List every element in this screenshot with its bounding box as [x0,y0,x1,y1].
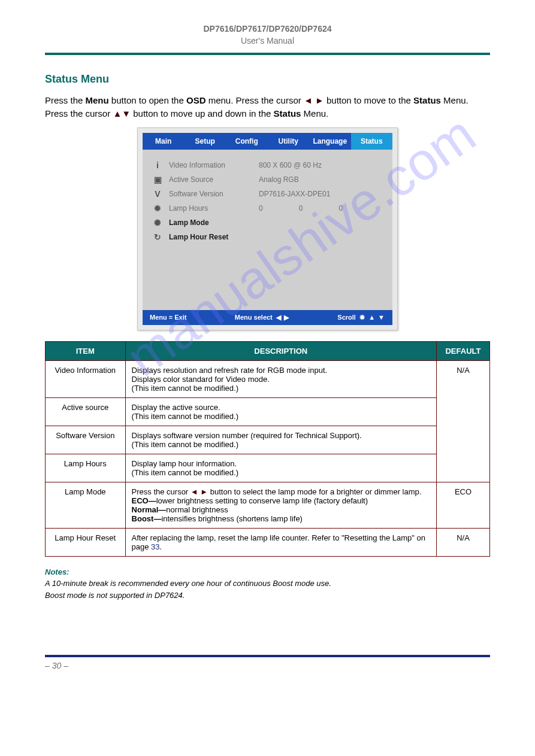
cell-desc: Displays resolution and refresh rate for… [125,360,436,397]
cell-item: Lamp Hour Reset [46,528,126,556]
intro-text: menu. Press the cursor [206,95,304,105]
notes-body: A 10-minute break is recommended every o… [45,578,490,601]
notes: Notes: [45,566,490,578]
up-down-arrow-icon [113,108,131,119]
header-subtitle: User's Manual [45,36,490,45]
osd-body: i Video Information 800 X 600 @ 60 Hz ▣ … [143,150,392,310]
intro-text: button to open the [109,95,186,105]
osd-row-lamp-hours: ✹ Lamp Hours 0 0 0 [152,201,383,215]
source-icon: ▣ [152,175,163,184]
osd-row-active-source: ▣ Active Source Analog RGB [152,172,383,187]
osd-screenshot: Main Setup Config Utility Language Statu… [137,127,398,330]
left-right-arrow-icon [304,95,324,105]
osd-value: DP7616-JAXX-DPE01 [259,190,383,198]
intro-text: button to move to the [324,95,413,105]
table-row: Active source Display the active source.… [46,397,490,426]
cell-desc: Display the active source. (This item ca… [125,397,436,426]
tab-status[interactable]: Status [351,133,393,150]
cell-desc: After replacing the lamp, reset the lamp… [125,528,436,556]
osd-row-lamp-reset[interactable]: ↻ Lamp Hour Reset [152,230,383,244]
osd-row-lamp-mode[interactable]: ✺ Lamp Mode [152,215,383,230]
osd-footer-mid: Menu select ◀ ▶ [235,314,289,321]
section-heading: Status Menu [45,73,490,86]
cell-item: Software Version [46,426,126,454]
cell-default: ECO [436,482,489,528]
osd-label: Lamp Mode [169,218,253,227]
th-description: DESCRIPTION [125,341,436,360]
status-menu-table: ITEM DESCRIPTION DEFAULT Video Informati… [45,341,490,557]
intro-bold-osd: OSD [186,95,206,105]
version-icon: V [152,189,163,199]
cell-item: Lamp Mode [46,482,126,528]
table-row: Lamp Hour Reset After replacing the lamp… [46,528,490,556]
left-right-arrow-icon [191,487,208,496]
osd-label: Active Source [169,175,253,184]
table-row: Video Information Displays resolution an… [46,360,490,397]
osd-value: Analog RGB [259,175,383,184]
top-rule [45,53,490,55]
page-number: – 30 – [45,661,490,670]
table-row: Lamp Hours Display lamp hour information… [46,454,490,482]
cell-item: Lamp Hours [46,454,126,482]
cell-desc: Displays software version number (requir… [125,426,436,454]
osd-value: 0 0 0 [259,204,383,212]
osd-row-software-version: V Software Version DP7616-JAXX-DPE01 [152,187,383,201]
intro-bold-status: Status [413,95,441,105]
osd-tab-bar: Main Setup Config Utility Language Statu… [143,133,392,150]
cell-default: N/A [436,360,489,482]
tab-setup[interactable]: Setup [185,133,226,150]
table-row: Software Version Displays software versi… [46,426,490,454]
cell-default: N/A [436,528,489,556]
tab-main[interactable]: Main [143,133,185,150]
intro-bold-menu: Menu [86,95,109,105]
cell-desc: Display lamp hour information. (This ite… [125,454,436,482]
lamp-hours-icon: ✹ [152,204,163,213]
bottom-rule [45,655,490,657]
osd-label: Video Information [169,161,253,169]
tab-utility[interactable]: Utility [268,133,310,150]
osd-footer-left: Menu = Exit [150,314,186,321]
lamp-mode-icon: ✺ [152,218,163,227]
info-icon: i [152,160,163,170]
intro-paragraph: Press the Menu button to open the OSD me… [45,94,490,120]
osd-label: Lamp Hour Reset [169,233,253,241]
table-header: ITEM DESCRIPTION DEFAULT [46,341,490,360]
cell-item: Active source [46,397,126,426]
intro-text: Menu. [301,108,328,119]
osd-value: 800 X 600 @ 60 Hz [259,161,383,169]
intro-bold-status2: Status [274,108,301,119]
osd-footer: Menu = Exit Menu select ◀ ▶ Scroll ✹ ▲ ▼ [143,310,392,325]
tab-language[interactable]: Language [309,133,351,150]
table-row: Lamp Mode Press the cursor button to sel… [46,482,490,528]
cell-desc: Press the cursor button to select the la… [125,482,436,528]
intro-text: button to move up and down in the [131,108,274,119]
osd-label: Lamp Hours [169,204,253,212]
osd-label: Software Version [169,190,253,198]
lamp-reset-icon: ↻ [152,232,163,242]
th-default: DEFAULT [436,341,489,360]
tab-config[interactable]: Config [226,133,268,150]
cell-item: Video Information [46,360,126,397]
osd-row-video-info: i Video Information 800 X 600 @ 60 Hz [152,158,383,172]
header-model-line: DP7616/DP7617/DP7620/DP7624 [45,24,490,34]
th-item: ITEM [46,341,126,360]
intro-text: Press the [45,95,86,105]
osd-footer-right: Scroll ✹ ▲ ▼ [337,314,385,321]
